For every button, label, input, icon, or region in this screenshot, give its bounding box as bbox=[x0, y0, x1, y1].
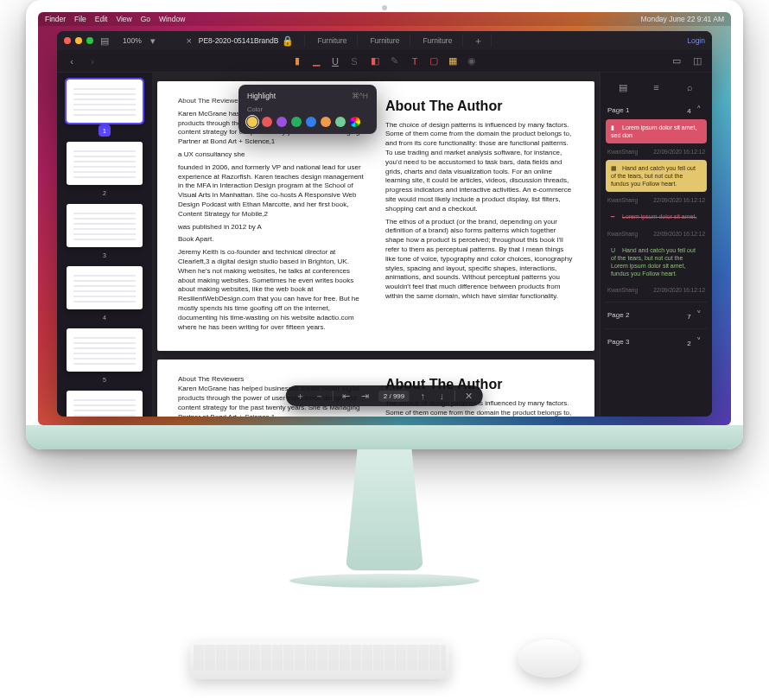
annotation-text: Lorem ipsum dolor sit amet, sed don bbox=[611, 124, 696, 138]
popover-title: Highlight bbox=[247, 92, 276, 100]
add-tab-button[interactable]: ＋ bbox=[465, 35, 492, 47]
thumbnail-page-1[interactable]: 1 bbox=[67, 80, 143, 137]
tab-item[interactable]: Furniture bbox=[359, 35, 410, 47]
annotation-strikethrough[interactable]: ━Lorem ipsum dolor sit amet, bbox=[606, 208, 707, 225]
strikethrough-icon: ━ bbox=[611, 213, 620, 220]
zoom-in-button[interactable]: ＋ bbox=[295, 390, 307, 402]
section-header-page3[interactable]: Page 3 2 ˅ bbox=[606, 333, 707, 352]
titlebar: ▤ 100% ▾ × PE8-2020-05141BrandB 🔒 Furnit… bbox=[57, 31, 712, 50]
thumbnail-page-5[interactable]: 5 bbox=[67, 328, 143, 385]
section-label: Page 1 bbox=[607, 106, 629, 114]
menu-file[interactable]: File bbox=[74, 15, 86, 23]
thumbnail-page-6[interactable]: 6 bbox=[67, 391, 143, 417]
body-text: a UX consultancy she bbox=[178, 150, 366, 160]
tab-item[interactable]: Furniture bbox=[307, 35, 358, 47]
underline-u-icon[interactable]: U bbox=[329, 55, 341, 67]
panel-toggle-icon[interactable]: ◫ bbox=[691, 55, 703, 67]
tab-label: Furniture bbox=[370, 36, 399, 45]
underline-icon: U bbox=[611, 246, 620, 254]
highlight-tool-icon[interactable]: ▮ bbox=[291, 55, 303, 67]
section-header-page1[interactable]: Page 1 4 ˄ bbox=[606, 100, 707, 119]
annotation-underline[interactable]: UHand and catch you fell out of the tear… bbox=[606, 242, 707, 282]
annotation-timestamp: 22/09/2020 16:12:12 bbox=[653, 149, 705, 155]
stamp-tool-icon[interactable]: ◉ bbox=[466, 55, 478, 67]
prev-page-button[interactable]: ↑ bbox=[416, 390, 429, 402]
menu-edit[interactable]: Edit bbox=[95, 15, 108, 23]
page-indicator[interactable]: 2 / 999 bbox=[378, 391, 410, 402]
shape-tool-icon[interactable]: ▢ bbox=[428, 55, 440, 67]
popover-shortcut: ⌘^H bbox=[352, 92, 368, 100]
body-text: was published in 2012 by A bbox=[178, 223, 366, 232]
section-header-page2[interactable]: Page 2 7 ˅ bbox=[606, 306, 707, 325]
menu-view[interactable]: View bbox=[116, 15, 131, 23]
body-text: Book Apart. bbox=[178, 235, 366, 245]
underline-tool-icon[interactable]: ▁ bbox=[310, 55, 322, 67]
login-link[interactable]: Login bbox=[687, 36, 705, 45]
imac-stand bbox=[307, 449, 462, 588]
menubar-datetime: Monday June 22 9:41 AM bbox=[641, 15, 724, 23]
last-page-button[interactable]: ⇥ bbox=[359, 390, 372, 402]
annotation-user: KwanShang bbox=[607, 197, 638, 203]
eraser-tool-icon[interactable]: ◧ bbox=[369, 55, 381, 67]
close-bar-button[interactable]: ✕ bbox=[462, 390, 474, 402]
maximize-button[interactable] bbox=[86, 37, 93, 44]
annotation-highlight[interactable]: ▮Lorem ipsum dolor sit amet, sed don bbox=[606, 119, 707, 143]
section-count: 4 bbox=[687, 107, 690, 115]
keyboard bbox=[190, 641, 449, 679]
tab-label: Furniture bbox=[317, 36, 346, 45]
annotation-user: KwanShang bbox=[607, 149, 638, 155]
zoom-dropdown[interactable]: 100% bbox=[123, 36, 142, 45]
annotation-text: Lorem ipsum dolor sit amet, bbox=[622, 213, 696, 220]
highlight-popover: Highlight ⌘^H Color bbox=[238, 85, 377, 134]
tab-document-active[interactable]: × PE8-2020-05141BrandB 🔒 bbox=[173, 35, 306, 47]
color-swatch-green[interactable] bbox=[291, 117, 302, 127]
color-swatch-rainbow[interactable] bbox=[350, 117, 360, 127]
body-text: The ethos of a product (or the brand, de… bbox=[385, 218, 574, 302]
strikethrough-tool-icon[interactable]: S bbox=[348, 55, 360, 67]
outline-tab-icon[interactable]: ≡ bbox=[651, 81, 663, 93]
next-page-button[interactable]: ↓ bbox=[435, 390, 448, 402]
color-swatches bbox=[247, 117, 368, 127]
annotation-timestamp: 22/09/2020 16:12:12 bbox=[653, 231, 705, 237]
color-swatch-orange[interactable] bbox=[321, 117, 331, 127]
search-icon[interactable]: ⌕ bbox=[684, 81, 696, 93]
menu-finder[interactable]: Finder bbox=[45, 15, 66, 23]
forward-button[interactable]: › bbox=[86, 55, 99, 67]
color-swatch-purple[interactable] bbox=[276, 117, 287, 127]
body-text: Jeremy Keith is co-founder and technical… bbox=[178, 248, 366, 332]
plus-icon: ＋ bbox=[472, 35, 484, 47]
close-tab-icon[interactable]: × bbox=[183, 35, 195, 47]
color-swatch-mint[interactable] bbox=[335, 117, 346, 127]
thumbnail-panel: 1 2 3 4 5 6 bbox=[57, 73, 152, 417]
color-swatch-yellow[interactable] bbox=[247, 117, 257, 127]
menu-go[interactable]: Go bbox=[141, 15, 150, 23]
annotations-tab-icon[interactable]: ▤ bbox=[617, 81, 629, 93]
window-controls bbox=[64, 37, 93, 44]
zoom-out-button[interactable]: － bbox=[314, 390, 326, 402]
menu-window[interactable]: Window bbox=[159, 15, 185, 23]
color-swatch-blue[interactable] bbox=[306, 117, 316, 127]
camera-dot bbox=[382, 5, 387, 10]
tab-item[interactable]: Furniture bbox=[412, 35, 463, 47]
section-label: Page 2 bbox=[607, 311, 629, 319]
first-page-button[interactable]: ⇤ bbox=[340, 390, 353, 402]
annotation-user: KwanShang bbox=[607, 231, 638, 237]
chevron-down-icon: ˅ bbox=[693, 309, 705, 321]
thumbnail-page-2[interactable]: 2 bbox=[67, 142, 143, 199]
section-label: Page 3 bbox=[607, 338, 629, 346]
sidebar-toggle-icon[interactable]: ▤ bbox=[99, 35, 111, 47]
annotation-sticky-note[interactable]: ▦Hand and catch you fell out of the tear… bbox=[606, 160, 707, 192]
reading-mode-icon[interactable]: ▭ bbox=[670, 55, 683, 67]
tab-label: Furniture bbox=[423, 36, 452, 45]
color-swatch-red[interactable] bbox=[262, 117, 272, 127]
note-icon: ▦ bbox=[611, 164, 620, 172]
thumbnail-page-3[interactable]: 3 bbox=[67, 204, 143, 261]
note-tool-icon[interactable]: ▦ bbox=[447, 55, 459, 67]
minimize-button[interactable] bbox=[75, 37, 82, 44]
back-button[interactable]: ‹ bbox=[66, 55, 78, 67]
thumbnail-page-4[interactable]: 4 bbox=[67, 266, 143, 323]
text-tool-icon[interactable]: T bbox=[409, 55, 421, 67]
pencil-tool-icon[interactable]: ✎ bbox=[388, 55, 400, 67]
close-button[interactable] bbox=[64, 37, 71, 44]
annotation-timestamp: 22/09/2020 16:12:12 bbox=[653, 197, 705, 203]
